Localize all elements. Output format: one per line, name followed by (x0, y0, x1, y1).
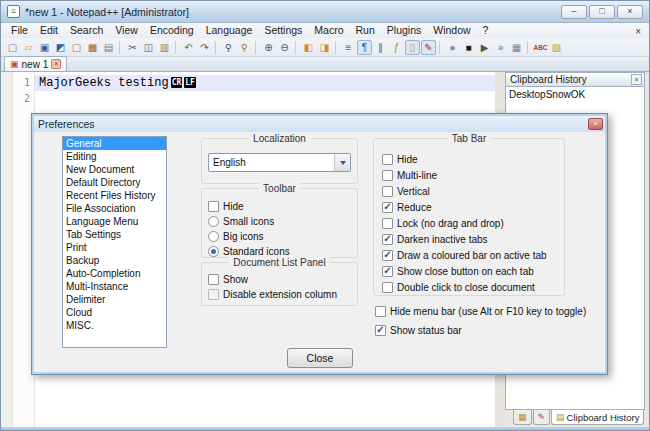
close-button[interactable]: × (617, 5, 643, 19)
record-macro-icon[interactable]: ● (445, 40, 460, 55)
pref-category-recent-files-history[interactable]: Recent Files History (63, 189, 166, 202)
pref-category-new-document[interactable]: New Document (63, 163, 166, 176)
menu-item[interactable]: Encoding (144, 23, 200, 38)
radio-big-icons[interactable]: Big icons (208, 229, 357, 244)
pref-category-general[interactable]: General (63, 137, 166, 150)
new-file-icon[interactable]: ▢ (5, 40, 20, 55)
dialog-close-icon[interactable]: × (588, 118, 603, 130)
cb-tabbar-reduce[interactable]: Reduce (382, 199, 564, 215)
pref-category-default-directory[interactable]: Default Directory (63, 176, 166, 189)
notepad-plus-plus-window: ≡ *new 1 - Notepad++ [Administrator] –□×… (0, 0, 650, 431)
spell-check-icon[interactable]: ABC (533, 40, 548, 55)
pref-category-multi-instance[interactable]: Multi-Instance (63, 280, 166, 293)
panel-tab-char-panel[interactable]: ▦ (513, 410, 532, 425)
show-all-characters-icon[interactable]: ¶ (357, 40, 372, 55)
cb-tabbar-vertical[interactable]: Vertical (382, 183, 564, 199)
sync-horizontal-scroll-icon[interactable]: ◨ (317, 40, 332, 55)
play-macro-icon[interactable]: ▶ (477, 40, 492, 55)
cb-tabbar-multi-line[interactable]: Multi-line (382, 167, 564, 183)
window-bottom-border (1, 427, 649, 430)
toolbar-group: Toolbar Hide Small icons (201, 188, 358, 258)
pref-category-backup[interactable]: Backup (63, 254, 166, 267)
copy-icon[interactable]: ◫ (141, 40, 156, 55)
menu-item[interactable]: View (109, 23, 144, 38)
cb-show-status-bar[interactable]: Show status bar (375, 323, 586, 338)
cb-tabbar-darken-inactive[interactable]: Darken inactive tabs (382, 231, 564, 247)
panel-tab-doc-map[interactable]: ✎ (533, 410, 551, 425)
toolbar-group-label: Toolbar (259, 183, 300, 194)
menu-item[interactable]: ? (477, 23, 495, 38)
stop-macro-icon[interactable]: ■ (461, 40, 476, 55)
find-icon[interactable]: ⚲ (221, 40, 236, 55)
checkbox-icon (382, 154, 393, 165)
editor-line-1: MajorGeeks testingCRLF (35, 75, 495, 91)
cb-dlp-disable-extension-column[interactable]: Disable extension column (208, 287, 357, 302)
cb-dlp-show[interactable]: Show (208, 272, 357, 287)
pref-category-delimiter[interactable]: Delimiter (63, 293, 166, 306)
paste-icon[interactable]: ▥ (157, 40, 172, 55)
menu-item[interactable]: Settings (258, 23, 308, 38)
print-icon[interactable]: ▤ (101, 40, 116, 55)
pref-category-cloud[interactable]: Cloud (63, 306, 166, 319)
clipboard-item[interactable]: DesktopSnowOK (506, 87, 644, 102)
save-macro-icon[interactable]: ▦ (509, 40, 524, 55)
close-document-icon[interactable]: ▢ (69, 40, 84, 55)
pref-category-tab-settings[interactable]: Tab Settings (63, 228, 166, 241)
run-macro-multiple-icon[interactable]: » (493, 40, 508, 55)
menu-item[interactable]: Edit (34, 23, 64, 38)
dialog-titlebar: Preferences × (34, 116, 605, 132)
restore-button[interactable]: □ (589, 5, 615, 19)
sync-vertical-scroll-icon[interactable]: ◧ (301, 40, 316, 55)
menu-item[interactable]: Macro (308, 23, 349, 38)
menu-item[interactable]: Window (427, 23, 476, 38)
function-list-icon[interactable]: ƒ (389, 40, 404, 55)
save-icon[interactable]: ▣ (37, 40, 52, 55)
document-map-icon[interactable]: ▯ (405, 40, 420, 55)
cb-tabbar-close-button[interactable]: Show close button on each tab (382, 263, 564, 279)
panel-tab-icon: ▦ (518, 413, 527, 422)
redo-icon[interactable]: ↷ (197, 40, 212, 55)
pref-category-print[interactable]: Print (63, 241, 166, 254)
menu-close-icon[interactable]: × (635, 24, 641, 39)
tab-close-icon[interactable]: × (51, 59, 61, 69)
plugin-icon[interactable]: ▨ (549, 40, 564, 55)
menu-item[interactable]: File (5, 23, 34, 38)
save-all-icon[interactable]: ◩ (53, 40, 68, 55)
cut-icon[interactable]: ✂ (125, 40, 140, 55)
cb-hide-menu-bar[interactable]: Hide menu bar (use Alt or F10 key to tog… (375, 304, 586, 319)
indent-guide-icon[interactable]: ∥ (373, 40, 388, 55)
checkbox-icon (382, 266, 393, 277)
menu-item[interactable]: Language (200, 23, 259, 38)
zoom-in-icon[interactable]: ⊕ (261, 40, 276, 55)
word-wrap-icon[interactable]: ≡ (341, 40, 356, 55)
folder-as-workspace-icon[interactable]: ✎ (421, 40, 436, 55)
panel-close-icon[interactable]: × (631, 74, 642, 85)
zoom-out-icon[interactable]: ⊖ (277, 40, 292, 55)
pref-category-auto-completion[interactable]: Auto-Completion (63, 267, 166, 280)
tab-new-1[interactable]: ▣ new 1 × (4, 56, 67, 71)
cb-tabbar-double-click-close[interactable]: Double click to close document (382, 279, 564, 295)
document-list-panel-group: Document List Panel Show Disable extensi… (201, 262, 358, 306)
minimize-button[interactable]: – (561, 5, 587, 19)
cb-tabbar-hide[interactable]: Hide (382, 151, 564, 167)
undo-icon[interactable]: ↶ (181, 40, 196, 55)
menu-item[interactable]: Plugins (381, 23, 427, 38)
open-folder-icon[interactable]: ▱ (21, 40, 36, 55)
dialog-close-button[interactable]: Close (287, 348, 353, 368)
menu-item[interactable]: Search (64, 23, 109, 38)
cb-tabbar-coloured-bar[interactable]: Draw a coloured bar on active tab (382, 247, 564, 263)
close-all-icon[interactable]: ▩ (85, 40, 100, 55)
replace-icon[interactable]: ⚲ (237, 40, 252, 55)
pref-category-language-menu[interactable]: Language Menu (63, 215, 166, 228)
cb-tabbar-lock[interactable]: Lock (no drag and drop) (382, 215, 564, 231)
radio-small-icons[interactable]: Small icons (208, 214, 357, 229)
pref-category-file-association[interactable]: File Association (63, 202, 166, 215)
menu-bar: FileEditSearchViewEncodingLanguageSettin… (1, 23, 649, 38)
cb-toolbar-hide[interactable]: Hide (208, 199, 357, 214)
pref-category-misc[interactable]: MISC. (63, 319, 166, 332)
pref-category-editing[interactable]: Editing (63, 150, 166, 163)
panel-tab-clipboard-history[interactable]: ▤Clipboard History (551, 410, 644, 425)
menu-item[interactable]: Run (350, 23, 381, 38)
preferences-dialog: Preferences × GeneralEditingNew Document… (31, 113, 608, 375)
localization-select[interactable]: English (208, 153, 351, 172)
